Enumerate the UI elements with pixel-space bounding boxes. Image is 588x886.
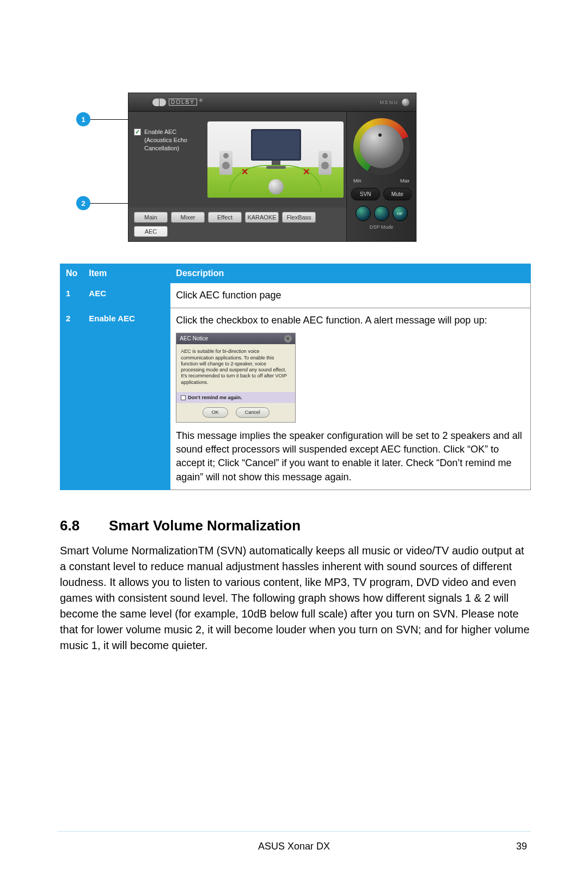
figure-aec-screenshot: 1 2 DOLBY ® MENU ✓ Enable AEC (Acoustics… [76,93,531,242]
volume-knob[interactable] [353,118,410,175]
section-body: Smart Volume NormalizationTM (SVN) autom… [60,543,531,653]
row2-no: 2 [60,308,83,490]
enable-aec-label: Enable AEC (Acoustics Echo Cancellation) [144,128,200,152]
aec-illustration: ✕✕ [207,121,344,198]
speaker-right-icon [318,151,332,175]
menu-label: MENU [380,100,399,105]
section-title: Smart Volume Normalization [109,517,301,534]
enable-aec-checkbox[interactable]: ✓ [134,129,141,136]
row1-desc: Click AEC function page [170,283,531,308]
tab-mixer[interactable]: Mixer [171,212,205,223]
dont-remind-row[interactable]: Don't remind me again. [176,392,295,404]
vol-max-label: Max [400,178,409,184]
dont-remind-checkbox[interactable] [181,395,186,400]
mute-button[interactable]: Mute [383,188,412,200]
tab-aec[interactable]: AEC [134,226,168,237]
row2-desc-intro: Click the checkbox to enable AEC functio… [176,314,525,327]
menu-button[interactable] [402,99,409,106]
row1-item: AEC [83,283,170,308]
dont-remind-label: Don't remind me again. [188,394,242,401]
th-item: Item [83,264,170,283]
speaker-left-icon [219,151,232,175]
page-number: 39 [516,841,527,852]
tab-effect[interactable]: Effect [208,212,242,223]
close-icon[interactable]: ✕ [284,335,292,343]
section-heading: 6.8Smart Volume Normalization [60,517,531,534]
svn-button[interactable]: SVN [351,188,380,200]
row2-desc: Click the checkbox to enable AEC functio… [170,308,531,490]
footer-product: ASUS Xonar DX [0,841,588,852]
row1-no: 1 [60,283,83,308]
footer-rule [57,831,531,832]
mic-icon [268,179,284,194]
callout-1: 1 [76,112,90,126]
tab-flexbass[interactable]: FlexBass [282,212,316,223]
row2-item: Enable AEC [83,308,170,490]
row2-desc-explain: This message implies the speaker configu… [176,429,525,484]
tabs: Main Mixer Effect KARAOKE FlexBass AEC [128,207,346,241]
table-row: 1 AEC Click AEC function page [60,283,531,308]
aec-notice-dialog: AEC Notice ✕ AEC is suitable for bi-dire… [176,333,296,423]
dsp-led-3[interactable]: HF [393,206,408,221]
tab-main[interactable]: Main [134,212,168,223]
th-desc: Description [170,264,531,283]
dolby-logo: DOLBY ® [152,99,203,106]
ok-button[interactable]: OK [203,407,228,418]
app-topbar: DOLBY ® MENU [128,93,416,112]
volume-panel: MinMax SVN Mute HF DSP Mode [346,112,416,241]
dsp-led-1[interactable] [356,206,371,221]
table-row: 2 Enable AEC Click the checkbox to enabl… [60,308,531,490]
section-number: 6.8 [60,517,109,534]
dialog-body-text: AEC is suitable for bi-direction voice c… [176,344,295,389]
cancel-button[interactable]: Cancel [236,407,270,418]
tab-karaoke[interactable]: KARAOKE [245,212,279,223]
th-no: No [60,264,83,283]
enable-aec-checkbox-row[interactable]: ✓ Enable AEC (Acoustics Echo Cancellatio… [134,128,200,152]
dialog-title: AEC Notice [180,335,208,343]
dsp-mode-label: DSP Mode [351,224,412,230]
description-table: No Item Description 1 AEC Click AEC func… [60,264,531,490]
vol-min-label: Min [353,178,362,184]
xonar-app-panel: DOLBY ® MENU ✓ Enable AEC (Acoustics Ech… [128,93,416,242]
callout-2: 2 [76,196,90,210]
dsp-led-2[interactable] [374,206,389,221]
